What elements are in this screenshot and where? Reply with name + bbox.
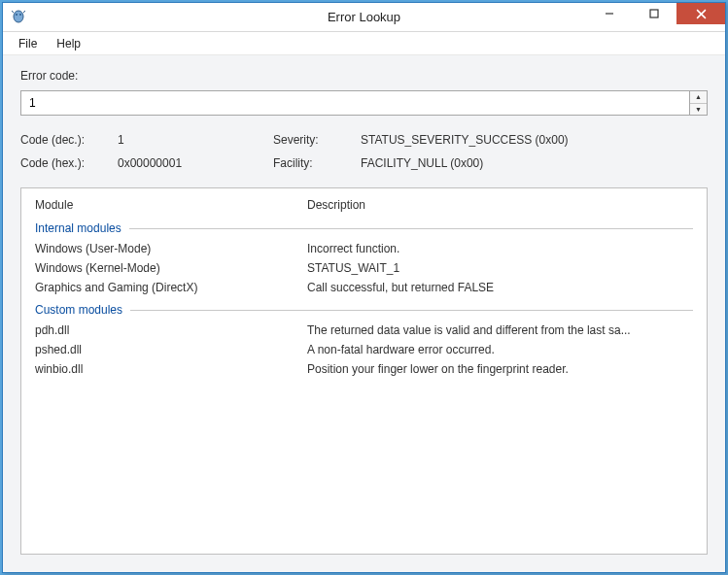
result-module: Graphics and Gaming (DirectX) — [35, 281, 307, 294]
section-rule — [129, 228, 693, 229]
result-desc: The returned data value is valid and dif… — [307, 323, 693, 337]
svg-line-4 — [23, 11, 25, 13]
app-window: Error Lookup File Help Error code: ▲ ▼ — [2, 2, 726, 573]
result-desc: STATUS_WAIT_1 — [307, 261, 693, 275]
info-grid: Code (dec.): 1 Severity: STATUS_SEVERITY… — [20, 133, 708, 170]
svg-line-3 — [12, 11, 14, 13]
spinner-down-button[interactable]: ▼ — [690, 104, 707, 116]
svg-rect-6 — [650, 10, 658, 17]
menu-file[interactable]: File — [9, 34, 47, 53]
svg-point-2 — [19, 14, 21, 16]
content-area: Error code: ▲ ▼ Code (dec.): 1 Severity:… — [3, 55, 725, 572]
section-custom-label: Custom modules — [35, 303, 122, 317]
code-dec-value: 1 — [118, 133, 273, 147]
code-hex-value: 0x00000001 — [118, 156, 273, 170]
result-row[interactable]: pdh.dll The returned data value is valid… — [21, 321, 707, 340]
severity-value: STATUS_SEVERITY_SUCCESS (0x00) — [361, 133, 708, 147]
code-hex-label: Code (hex.): — [20, 156, 118, 170]
error-code-spinner: ▲ ▼ — [690, 90, 708, 116]
severity-label: Severity: — [273, 133, 361, 147]
result-row[interactable]: winbio.dll Position your finger lower on… — [21, 359, 707, 379]
results-header: Module Description — [21, 188, 707, 216]
svg-point-0 — [14, 11, 23, 22]
close-button[interactable] — [676, 3, 725, 24]
result-module: Windows (User-Mode) — [35, 242, 307, 255]
result-module: Windows (Kernel-Mode) — [35, 261, 307, 275]
error-code-label: Error code: — [20, 69, 708, 83]
svg-point-1 — [16, 14, 17, 16]
result-desc: Incorrect function. — [307, 242, 693, 255]
titlebar[interactable]: Error Lookup — [3, 3, 725, 32]
maximize-button[interactable] — [632, 3, 676, 24]
error-code-row: ▲ ▼ — [20, 90, 708, 116]
section-internal-label: Internal modules — [35, 221, 121, 235]
result-module: pshed.dll — [35, 343, 307, 356]
result-row[interactable]: Windows (User-Mode) Incorrect function. — [21, 239, 707, 258]
menubar: File Help — [3, 32, 725, 55]
code-dec-label: Code (dec.): — [20, 133, 118, 147]
app-icon — [11, 10, 26, 25]
result-module: pdh.dll — [35, 323, 307, 337]
result-module: winbio.dll — [35, 362, 307, 376]
section-custom: Custom modules — [21, 297, 707, 321]
error-code-input[interactable] — [20, 90, 690, 116]
result-desc: Call successful, but returned FALSE — [307, 281, 693, 294]
spinner-up-button[interactable]: ▲ — [690, 91, 707, 104]
menu-help[interactable]: Help — [47, 34, 90, 53]
result-row[interactable]: Windows (Kernel-Mode) STATUS_WAIT_1 — [21, 258, 707, 278]
section-rule — [130, 310, 693, 311]
facility-label: Facility: — [273, 156, 361, 170]
header-description: Description — [307, 198, 693, 212]
result-row[interactable]: pshed.dll A non-fatal hardware error occ… — [21, 340, 707, 359]
result-row[interactable]: Graphics and Gaming (DirectX) Call succe… — [21, 278, 707, 297]
result-desc: Position your finger lower on the finger… — [307, 362, 693, 376]
minimize-button[interactable] — [587, 3, 632, 24]
facility-value: FACILITY_NULL (0x00) — [361, 156, 708, 170]
window-controls — [587, 3, 725, 31]
results-box: Module Description Internal modules Wind… — [20, 187, 708, 555]
section-internal: Internal modules — [21, 216, 707, 239]
header-module: Module — [35, 198, 307, 212]
result-desc: A non-fatal hardware error occurred. — [307, 343, 693, 356]
